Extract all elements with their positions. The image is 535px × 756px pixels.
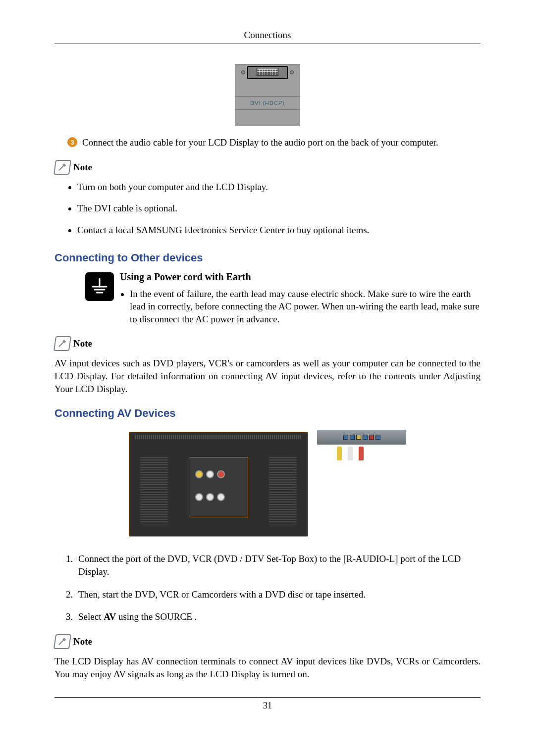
step-3-text: Connect the audio cable for your LCD Dis… (82, 136, 438, 149)
av-connection-figure (129, 427, 406, 541)
page-header-title: Connections (54, 30, 481, 44)
dvi-port-figure: DVI (HDCP) (235, 64, 300, 126)
note-icon (54, 160, 71, 175)
step-number-badge-3: 3 (67, 137, 77, 147)
note-3-text: The LCD Display has AV connection termin… (54, 655, 481, 680)
note-2-text: AV input devices such as DVD players, VC… (54, 357, 481, 395)
section-heading-av-devices: Connecting AV Devices (54, 407, 481, 420)
earth-warning-text: In the event of failure, the earth lead … (130, 288, 481, 326)
step-3: 3 Connect the audio cable for your LCD D… (54, 136, 481, 149)
note-1-item: The DVI cable is optional. (77, 202, 481, 215)
page: Connections DVI (HDCP) 3 Connect the aud… (0, 0, 535, 731)
note-icon (54, 336, 71, 351)
note-1-header: Note (54, 160, 481, 175)
note-1-label: Note (73, 162, 92, 173)
dvd-player-icon (317, 430, 406, 445)
note-1-item: Turn on both your computer and the LCD D… (77, 181, 481, 194)
note-1-list: Turn on both your computer and the LCD D… (54, 181, 481, 237)
note-2-header: Note (54, 336, 481, 351)
av-steps-list: Connect the port of the DVD, VCR (DVD / … (54, 553, 481, 623)
av-cable-icon (334, 447, 398, 486)
ground-earth-icon (85, 272, 114, 301)
section-heading-other-devices: Connecting to Other devices (54, 252, 481, 264)
note-3-header: Note (54, 634, 481, 649)
dvi-connector-icon (247, 66, 288, 79)
note-3-label: Note (73, 636, 92, 647)
av-step-2: Then, start the DVD, VCR or Camcorders w… (75, 588, 481, 601)
dvi-port-label: DVI (HDCP) (235, 96, 300, 110)
earth-warning-block: Using a Power cord with Earth In the eve… (54, 271, 481, 326)
note-icon (54, 634, 71, 649)
av-step-1: Connect the port of the DVD, VCR (DVD / … (75, 553, 481, 578)
note-1-item: Contact a local SAMSUNG Electronics Serv… (77, 224, 481, 237)
page-number: 31 (54, 697, 481, 711)
earth-warning-title: Using a Power cord with Earth (120, 271, 481, 283)
av-step-3: Select AV using the SOURCE . (75, 610, 481, 623)
monitor-rear-panel-icon (129, 432, 308, 537)
note-2-label: Note (73, 338, 92, 349)
